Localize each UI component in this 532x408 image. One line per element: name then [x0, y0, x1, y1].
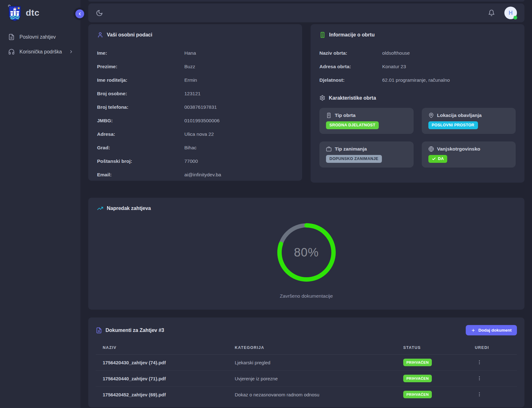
char-title: Tip zanimanja [335, 146, 367, 152]
document-category: Ljekarski pregled [235, 355, 403, 371]
gear-icon [319, 95, 325, 101]
check-icon [432, 157, 436, 161]
table-row: 1756420440_zahtjev (71).pdf Uvjerenje iz… [96, 371, 517, 387]
sidebar: dtc Poslovni zahtjev Korisnička podrška [0, 0, 80, 408]
field-row: Naziv obrta:oldsofthouse [319, 46, 516, 60]
online-status-dot [513, 16, 517, 19]
column-header-status: STATUS [403, 343, 475, 355]
char-card-vanjskotrgovinsko: Vanjskotrgovinsko DA [422, 141, 516, 168]
main-content: H Vaši osobni podaci Ime:Hana Prezime:Bu… [80, 0, 532, 408]
app-logo: dtc [0, 0, 80, 21]
sidebar-menu: Poslovni zahtjev Korisnička podrška [0, 30, 80, 59]
personal-card-title: Vaši osobni podaci [107, 32, 152, 38]
user-icon [97, 32, 103, 38]
field-row: Ime:Hana [97, 46, 293, 60]
row-menu-button[interactable] [475, 375, 484, 382]
sidebar-item-korisnicka-podrska[interactable]: Korisnička podrška [0, 44, 80, 59]
globe-icon [428, 146, 434, 152]
document-category: Dokaz o nezasnovanom radnom odnosu [235, 387, 403, 403]
add-document-button[interactable]: Dodaj dokument [466, 325, 517, 335]
city-crest-logo-icon [8, 4, 22, 21]
status-badge: PRIHVAĆEN [403, 391, 432, 398]
progress-caption: Završeno dokumentacije [280, 293, 333, 299]
table-row: 1756420430_zahtjev (74).pdf Ljekarski pr… [96, 355, 517, 371]
status-badge: DOPUNSKO ZANIMANJE [326, 155, 382, 163]
progress-card: Napredak zahtjeva 80% Završeno dokumenta… [88, 198, 524, 310]
document-name: 1756420452_zahtjev (69).pdf [96, 387, 235, 403]
building-icon [319, 32, 326, 38]
field-row: Ime roditelja:Ermin [97, 73, 293, 87]
status-badge: PRIHVAĆEN [403, 359, 432, 366]
theme-toggle-button[interactable] [96, 9, 103, 17]
char-title: Vanjskotrgovinsko [437, 146, 480, 152]
row-menu-button[interactable] [475, 391, 484, 398]
field-row: Grad:Bihac [97, 141, 293, 154]
status-badge: DA [428, 155, 448, 163]
progress-card-title: Napredak zahtjeva [107, 206, 151, 211]
characteristics-title: Karakteristike obrta [329, 95, 376, 101]
column-header-kategorija: KATEGORIJA [235, 343, 403, 355]
app-name: dtc [26, 8, 40, 18]
table-row: 1756420452_zahtjev (69).pdf Dokaz o neza… [96, 387, 517, 403]
business-card-title: Informacije o obrtu [329, 32, 375, 38]
avatar-initial: H [509, 10, 513, 16]
char-card-tip-obrta: Tip obrta SRODNA DJELATNOST [319, 108, 414, 134]
progress-ring: 80% [275, 221, 338, 284]
chevron-left-icon [78, 12, 82, 16]
documents-table: NAZIV KATEGORIJA STATUS UREDI 1756420430… [96, 343, 517, 402]
status-badge: POSLOVNI PROSTOR [428, 121, 478, 129]
notifications-button[interactable] [488, 9, 495, 16]
chevron-right-icon [69, 49, 73, 54]
field-row: Broj telefona:003876197831 [97, 100, 293, 114]
field-row: Broj osobne:123121 [97, 87, 293, 100]
document-name: 1756420430_zahtjev (74).pdf [96, 355, 235, 371]
personal-data-card: Vaši osobni podaci Ime:Hana Prezime:Buzz… [88, 24, 302, 181]
field-row: JMBG:0101993500006 [97, 114, 293, 127]
char-card-tip-zanimanja: Tip zanimanja DOPUNSKO ZANIMANJE [319, 141, 414, 168]
sidebar-item-label: Korisnička podrška [19, 49, 62, 55]
documents-card-title: Dokumenti za Zahtjev #3 [106, 328, 164, 333]
status-badge: SRODNA DJELATNOST [326, 121, 379, 129]
column-header-uredi: UREDI [475, 343, 517, 355]
document-category: Uvjerenje iz porezne [235, 371, 403, 387]
building-icon [326, 113, 332, 118]
field-row: Prezime:Buzz [97, 60, 293, 73]
field-row: Adresa:Ulica nova 22 [97, 127, 293, 141]
map-pin-icon [428, 113, 434, 118]
business-info-card: Informacije o obrtu Naziv obrta:oldsofth… [311, 24, 524, 183]
topbar: H [88, 3, 524, 22]
progress-percent: 80% [275, 221, 338, 284]
scrolled-card-edge [88, 0, 524, 2]
headset-icon [8, 48, 15, 55]
documents-card: Dokumenti za Zahtjev #3 Dodaj dokument N… [88, 317, 524, 407]
trending-up-icon [97, 205, 103, 212]
table-header-row: NAZIV KATEGORIJA STATUS UREDI [96, 343, 517, 355]
field-row: Email:ai@infinitydev.ba [97, 168, 293, 181]
document-icon [96, 327, 102, 334]
sidebar-item-poslovni-zahtjev[interactable]: Poslovni zahtjev [0, 30, 80, 44]
char-title: Lokacija obavljanja [437, 113, 482, 118]
sidebar-item-label: Poslovni zahtjev [19, 34, 56, 40]
moon-icon [96, 9, 103, 17]
field-row: Adresa obrta:Konatur 23 [319, 60, 516, 73]
document-name: 1756420440_zahtjev (71).pdf [96, 371, 235, 387]
row-menu-button[interactable] [475, 359, 484, 366]
char-title: Tip obrta [335, 113, 356, 118]
briefcase-icon [326, 146, 332, 152]
user-avatar[interactable]: H [504, 7, 517, 19]
plus-icon [471, 328, 475, 333]
file-icon [8, 34, 15, 40]
field-row: Djelatnost:62.01 programiranje, računaln… [319, 73, 516, 87]
column-header-naziv: NAZIV [96, 343, 235, 355]
status-badge: PRIHVAĆEN [403, 375, 432, 382]
sidebar-collapse-button[interactable] [73, 8, 86, 20]
char-card-lokacija: Lokacija obavljanja POSLOVNI PROSTOR [422, 108, 516, 134]
bell-icon [488, 9, 495, 16]
field-row: Poštanski broj:77000 [97, 154, 293, 168]
